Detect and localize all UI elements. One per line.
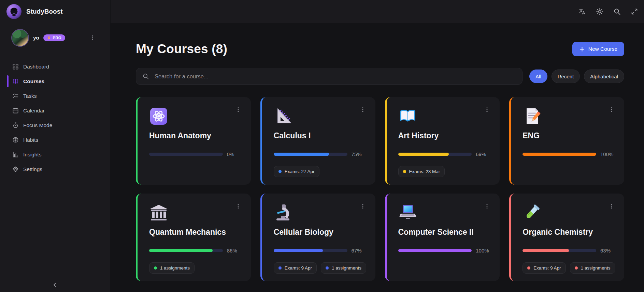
user-name: yo [33,35,39,41]
progress-row: 63% [523,248,616,253]
user-menu-kebab-icon[interactable] [88,33,97,42]
new-course-button[interactable]: New Course [572,42,624,56]
course-menu-button[interactable] [483,202,491,211]
fullscreen-icon[interactable] [630,7,639,16]
badge-label: Exams: 9 Apr [533,265,561,271]
badge-row: Exams: 9 Apr 1 assignments [274,262,366,274]
open-book-icon [398,107,417,126]
course-menu-button[interactable] [358,105,367,114]
course-badge: Exams: 9 Apr [523,262,566,274]
course-menu-button[interactable] [607,105,616,114]
brand-name: StudyBoost [26,8,63,15]
badge-label: Exams: 23 Mar [409,169,440,174]
badge-label: 1 assignments [160,265,190,271]
course-menu-button[interactable] [607,202,616,211]
sidebar-item-settings[interactable]: Settings [0,162,110,176]
bank-building-icon [149,203,168,222]
course-title: Computer Science II [398,228,492,237]
insights-chart-icon [12,151,19,158]
course-card[interactable]: Calculus I 75% Exams: 27 Apr [260,97,375,185]
user-profile[interactable]: yo ♛ PRO [0,29,110,47]
badge-dot [403,170,406,173]
course-card[interactable]: Human Anatomy 0% [136,97,251,185]
sidebar-item-dashboard[interactable]: Dashboard [0,59,110,74]
course-card[interactable]: Quantum Mechanics 86% 1 assignments [136,194,251,281]
filter-alphabetical[interactable]: Alphabetical [584,70,624,83]
badge-row: Exams: 27 Apr [274,166,319,177]
badge-row: 1 assignments [149,262,195,274]
course-menu-button[interactable] [483,105,491,114]
progress-row: 75% [274,151,367,157]
sidebar-item-habits[interactable]: Habits [0,133,110,147]
course-title: Human Anatomy [149,131,243,140]
filter-recent[interactable]: Recent [552,70,580,83]
brand[interactable]: StudyBoost [0,0,110,23]
sidebar-item-label: Focus Mode [23,122,52,128]
sidebar-item-insights[interactable]: Insights [0,147,110,162]
badge-label: 1 assignments [332,265,361,271]
theme-toggle-icon[interactable] [596,7,604,16]
plus-icon [579,46,585,52]
progress-percent: 0% [227,151,243,157]
search-icon [142,73,149,80]
progress-fill [274,249,323,252]
course-badge: Exams: 23 Mar [398,166,445,177]
progress-row: 0% [149,151,243,157]
sidebar-item-tasks[interactable]: Tasks [0,89,110,103]
course-badge: 1 assignments [149,262,195,274]
badge-label: Exams: 27 Apr [285,169,315,174]
title-row: My Courses (8) New Course [136,42,624,56]
sidebar-item-label: Settings [23,166,42,172]
progress-percent: 100% [600,151,616,157]
progress-row: 100% [398,248,492,253]
studyboost-logo-icon [6,4,22,19]
badge-row: Exams: 9 Apr 1 assignments [523,262,615,274]
filter-all[interactable]: All [529,70,547,83]
triangle-ruler-icon [274,107,293,126]
search-icon[interactable] [613,7,621,16]
progress-bar [274,153,347,156]
course-card[interactable]: Organic Chemistry 63% Exams: 9 Apr 1 ass… [509,194,624,281]
course-title: ENG [523,131,616,140]
tasks-checklist-icon [12,93,19,99]
course-badge: Exams: 27 Apr [274,166,319,177]
progress-percent: 69% [476,151,491,157]
pro-badge: ♛ PRO [43,34,65,41]
course-card[interactable]: Computer Science II 100% [385,194,500,281]
course-card[interactable]: Art History 69% Exams: 23 Mar [385,97,500,185]
search-input[interactable] [154,73,516,80]
progress-row: 67% [274,248,367,253]
sidebar-item-label: Calendar [23,108,45,114]
badge-label: 1 assignments [581,265,611,271]
progress-bar [523,153,596,156]
pro-badge-label: PRO [53,36,61,40]
microscope-icon [274,203,293,222]
course-title: Organic Chemistry [523,228,616,237]
sidebar-item-label: Courses [23,78,44,84]
page-title: My Courses (8) [136,42,227,56]
courses-book-icon [12,78,19,84]
course-card[interactable]: Cellular Biology 67% Exams: 9 Apr 1 assi… [260,194,375,281]
course-card[interactable]: ENG 100% [509,97,624,185]
badge-dot [278,266,282,270]
sidebar-item-label: Tasks [23,93,37,99]
main-content: My Courses (8) New Course AllRecentAlpha… [111,24,644,292]
test-tube-icon [523,203,542,222]
search-box [136,68,523,85]
course-menu-button[interactable] [234,105,243,114]
sidebar-item-calendar[interactable]: Calendar [0,103,110,118]
topbar-icon-group [569,7,639,16]
sidebar-item-focus-mode[interactable]: Focus Mode [0,118,110,133]
sidebar-item-courses[interactable]: Courses [0,74,110,89]
translate-icon[interactable] [578,7,586,16]
badge-dot [278,170,282,173]
crown-icon: ♛ [47,36,51,40]
sidebar-nav: Dashboard Courses Tasks Calendar Focus M… [0,59,110,176]
laptop-icon [398,203,417,222]
course-menu-button[interactable] [234,202,243,211]
sidebar-collapse-button[interactable] [0,281,110,289]
progress-bar [274,249,347,252]
memo-pencil-icon [523,107,542,126]
focus-timer-icon [12,122,19,128]
course-menu-button[interactable] [358,202,367,211]
